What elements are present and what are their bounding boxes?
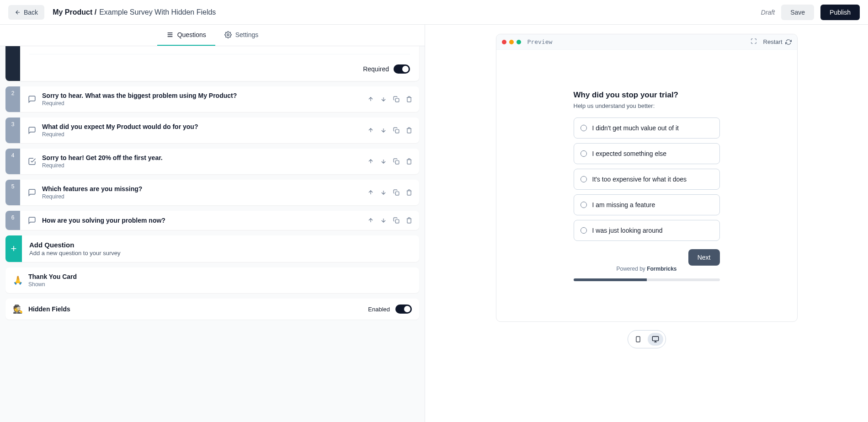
list-icon [166,31,174,38]
question-title: Sorry to hear! Get 20% off the first yea… [42,154,362,161]
svg-point-0 [227,34,229,36]
required-label: Required [363,65,389,73]
desktop-icon [651,336,660,343]
survey-option[interactable]: I expected something else [574,143,720,164]
thank-you-card[interactable]: 🙏 Thank You Card Shown [5,267,419,293]
required-toggle[interactable] [394,64,410,74]
detective-icon: 🕵️ [13,304,23,314]
radio-icon [580,227,587,234]
option-label: I expected something else [592,150,667,157]
window-dots [502,40,521,44]
question-type-icon [27,216,37,224]
option-label: I was just looking around [592,227,663,234]
mobile-icon [635,335,641,343]
question-title: Sorry to hear. What was the biggest prob… [42,92,362,99]
refresh-icon [785,39,792,45]
move-up-icon[interactable] [367,189,374,196]
tab-questions[interactable]: Questions [157,25,215,46]
survey-option[interactable]: I was just looking around [574,220,720,241]
question-required: Required [42,131,362,138]
delete-icon[interactable] [405,217,413,224]
duplicate-icon[interactable] [393,96,400,103]
move-down-icon[interactable] [380,127,387,134]
preview-frame: Preview Restart Why did you stop your tr… [496,34,798,322]
plus-icon: + [5,235,22,262]
delete-icon[interactable] [405,127,413,134]
preview-label: Preview [527,38,553,45]
back-label: Back [24,9,38,16]
question-required: Required [42,193,362,200]
survey-title[interactable]: Example Survey With Hidden Fields [99,8,216,16]
preview-help: Help us understand you better: [574,102,720,109]
move-up-icon[interactable] [367,217,374,224]
hidden-status: Enabled [368,306,390,313]
question-type-icon [27,95,37,103]
pray-icon: 🙏 [13,275,23,285]
question-title: Which features are you missing? [42,185,362,192]
radio-icon [580,176,587,182]
question-title: How are you solving your problem now? [42,217,362,224]
question-card[interactable]: 3 What did you expect My Product would d… [5,118,419,143]
question-card[interactable]: 4 Sorry to hear! Get 20% off the first y… [5,149,419,174]
move-down-icon[interactable] [380,189,387,196]
duplicate-icon[interactable] [393,158,400,165]
survey-option[interactable]: It's too expensive for what it does [574,169,720,190]
question-number: 2 [5,86,20,112]
active-question-card[interactable]: Required [5,46,419,81]
radio-icon [580,150,587,157]
option-label: I am missing a feature [592,201,655,208]
duplicate-icon[interactable] [393,127,400,134]
option-label: It's too expensive for what it does [592,176,687,183]
svg-rect-7 [652,337,658,341]
question-required: Required [42,162,362,169]
move-up-icon[interactable] [367,127,374,134]
add-question-button[interactable]: + Add Question Add a new question to you… [5,235,419,262]
hidden-toggle[interactable] [395,304,412,314]
tab-settings[interactable]: Settings [215,25,268,46]
option-label: I didn't get much value out of it [592,124,679,132]
move-down-icon[interactable] [380,96,387,103]
question-number: 4 [5,149,20,174]
delete-icon[interactable] [405,189,413,196]
svg-rect-4 [395,192,399,195]
question-title: What did you expect My Product would do … [42,123,362,130]
question-card[interactable]: 2 Sorry to hear. What was the biggest pr… [5,86,419,112]
product-title: My Product / [53,8,96,16]
move-up-icon[interactable] [367,158,374,165]
duplicate-icon[interactable] [393,217,400,224]
question-number: 3 [5,118,20,143]
preview-question: Why did you stop your trial? [574,91,720,100]
radio-icon [580,202,587,208]
duplicate-icon[interactable] [393,189,400,196]
question-type-icon [27,157,37,166]
powered-by[interactable]: Powered by Formbricks [574,266,720,272]
survey-option[interactable]: I didn't get much value out of it [574,118,720,139]
hidden-fields-card[interactable]: 🕵️ Hidden Fields Enabled [5,299,419,320]
status-draft: Draft [761,9,775,16]
gear-icon [224,31,232,38]
back-button[interactable]: Back [8,5,44,20]
move-down-icon[interactable] [380,158,387,165]
save-button[interactable]: Save [781,5,814,20]
question-type-icon [27,188,37,197]
active-gutter [5,46,20,81]
restart-button[interactable]: Restart [763,38,792,45]
arrow-left-icon [15,9,21,16]
device-mobile[interactable] [630,333,646,346]
publish-button[interactable]: Publish [820,5,860,20]
svg-rect-5 [395,219,399,223]
radio-icon [580,125,587,131]
delete-icon[interactable] [405,158,413,165]
question-card[interactable]: 6 How are you solving your problem now? [5,211,419,230]
svg-rect-1 [395,98,399,102]
move-up-icon[interactable] [367,96,374,103]
question-type-icon [27,126,37,134]
delete-icon[interactable] [405,96,413,103]
fullscreen-icon[interactable] [751,38,757,46]
next-button[interactable]: Next [688,249,720,266]
device-desktop[interactable] [648,333,663,346]
question-number: 6 [5,211,20,230]
question-card[interactable]: 5 Which features are you missing? Requir… [5,180,419,205]
move-down-icon[interactable] [380,217,387,224]
survey-option[interactable]: I am missing a feature [574,194,720,215]
